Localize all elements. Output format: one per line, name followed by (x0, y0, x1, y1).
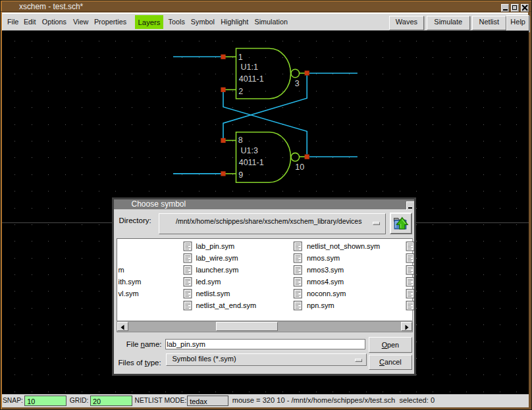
svg-text:U1:3: U1:3 (241, 146, 258, 155)
svg-text:3: 3 (295, 79, 300, 88)
svg-text:U1:1: U1:1 (241, 63, 258, 72)
svg-text:8: 8 (238, 136, 243, 145)
svg-text:4011-1: 4011-1 (239, 74, 264, 84)
svg-text:10: 10 (295, 163, 304, 172)
svg-text:1: 1 (238, 53, 243, 62)
svg-text:4011-1: 4011-1 (239, 158, 264, 167)
svg-text:9: 9 (238, 170, 243, 180)
svg-text:2: 2 (238, 87, 243, 96)
